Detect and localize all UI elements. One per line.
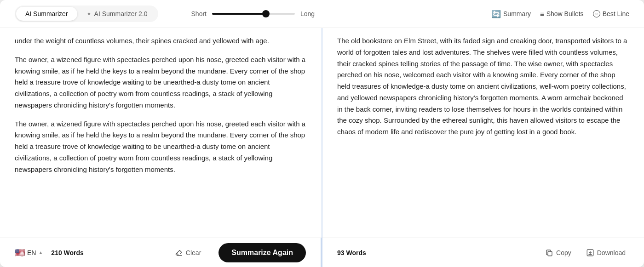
copy-label: Copy: [556, 249, 571, 256]
slider-track[interactable]: [212, 13, 295, 15]
cycle-icon: 🔄: [492, 10, 501, 18]
caret-up-icon: ▲: [38, 250, 43, 255]
view-option-bullets-label: Show Bullets: [546, 10, 584, 17]
view-option-summary[interactable]: 🔄 Summary: [492, 10, 531, 18]
right-bottom-bar: 93 Words Copy: [322, 238, 644, 267]
tab-ai-summarizer[interactable]: AI Summarizer: [16, 7, 77, 21]
slider-left-label: Short: [191, 10, 207, 17]
copy-icon: [545, 249, 553, 257]
copy-button[interactable]: Copy: [541, 246, 575, 260]
right-word-count: 93 Words: [337, 249, 366, 256]
sparkle-icon: ✦: [86, 11, 92, 17]
tab-ai-summarizer-2-label: AI Summarizer 2.0: [94, 10, 148, 17]
right-actions: Copy Download: [541, 246, 629, 260]
left-text-para-3: The owner, a wizened figure with spectac…: [15, 119, 307, 176]
tab-ai-summarizer-label: AI Summarizer: [25, 10, 68, 17]
tab-group: AI Summarizer ✦ AI Summarizer 2.0: [15, 6, 158, 22]
summarize-again-button[interactable]: Summarize Again: [218, 243, 306, 262]
summarize-label: Summarize Again: [231, 249, 293, 256]
main-content: under the weight of countless volumes, t…: [0, 28, 644, 267]
tab-ai-summarizer-2[interactable]: ✦ AI Summarizer 2.0: [77, 7, 157, 21]
flag-icon: 🇺🇸: [15, 248, 25, 258]
clear-button[interactable]: Clear: [170, 246, 206, 260]
main-container: AI Summarizer ✦ AI Summarizer 2.0 Short …: [0, 0, 644, 267]
slider-right-label: Long: [300, 10, 315, 17]
right-text: The old bookstore on Elm Street, with it…: [337, 35, 629, 138]
svg-rect-0: [548, 251, 552, 256]
download-label: Download: [597, 249, 626, 256]
view-option-best-line[interactable]: ○ Best Line: [593, 10, 629, 17]
download-button[interactable]: Download: [582, 246, 629, 260]
slider-area: Short Long: [191, 10, 315, 17]
slider-fill: [212, 13, 266, 15]
left-text-para-2: The owner, a wizened figure with spectac…: [15, 54, 307, 111]
view-option-summary-label: Summary: [503, 10, 531, 17]
left-panel-text[interactable]: under the weight of countless volumes, t…: [0, 28, 322, 238]
clear-label: Clear: [186, 249, 201, 256]
circle-icon: ○: [593, 10, 600, 17]
view-options: 🔄 Summary ≡ Show Bullets ○ Best Line: [492, 10, 629, 18]
right-panel: The old bookstore on Elm Street, with it…: [322, 28, 644, 267]
download-icon: [586, 249, 594, 257]
right-panel-text[interactable]: The old bookstore on Elm Street, with it…: [322, 28, 644, 238]
eraser-icon: [175, 249, 183, 257]
view-option-bullets[interactable]: ≡ Show Bullets: [540, 10, 584, 18]
top-bar: AI Summarizer ✦ AI Summarizer 2.0 Short …: [0, 0, 644, 28]
left-panel: under the weight of countless volumes, t…: [0, 28, 322, 267]
left-word-count: 210 Words: [51, 249, 84, 256]
language-label: EN: [27, 249, 36, 256]
left-text-para-1: under the weight of countless volumes, t…: [15, 35, 307, 47]
language-selector[interactable]: 🇺🇸 EN ▲: [15, 248, 43, 258]
view-option-best-line-label: Best Line: [603, 10, 629, 17]
slider-thumb[interactable]: [262, 10, 270, 17]
lines-icon: ≡: [540, 10, 544, 18]
left-bottom-bar: 🇺🇸 EN ▲ 210 Words Clear Summarize Again: [0, 238, 322, 267]
